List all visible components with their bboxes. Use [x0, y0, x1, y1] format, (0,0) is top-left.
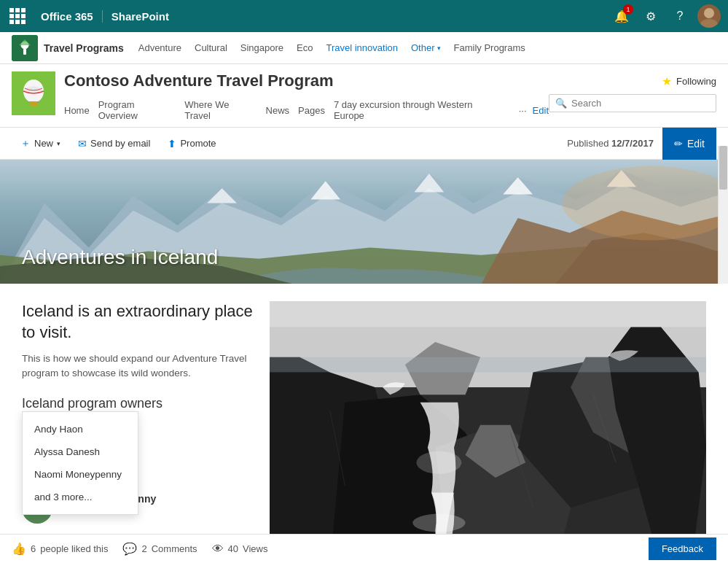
- promote-icon: ⬆: [168, 138, 176, 150]
- site-nav-excursion[interactable]: 7 day excursion through Western Europe: [334, 93, 513, 127]
- iceland-photo: [270, 301, 706, 563]
- svg-rect-4: [23, 49, 26, 55]
- site-title-area: Contoso Adventure Travel Program Home Pr…: [64, 71, 549, 127]
- promote-button[interactable]: ⬆ Promote: [159, 132, 224, 155]
- notifications-button[interactable]: 🔔 1: [608, 3, 635, 29]
- nav-singapore[interactable]: Singapore: [240, 42, 283, 53]
- nav-cultural[interactable]: Cultural: [195, 42, 227, 53]
- plus-icon: ＋: [20, 137, 31, 150]
- send-by-email-button[interactable]: ✉ Send by email: [69, 132, 159, 155]
- comments-label: Comments: [152, 543, 197, 554]
- nav-adventure[interactable]: Adventure: [138, 42, 181, 53]
- owners-heading: Iceland program owners: [22, 396, 255, 411]
- site-nav-program-overview[interactable]: Program Overview: [98, 93, 185, 127]
- star-icon: ★: [662, 74, 672, 88]
- nav-family-programs[interactable]: Family Programs: [454, 42, 525, 53]
- site-nav-where-we-travel[interactable]: Where We Travel: [184, 93, 265, 127]
- help-button[interactable]: ?: [667, 3, 693, 29]
- nav-travel-innovation[interactable]: Travel innovation: [326, 42, 398, 53]
- views-stat: 👁 40 Views: [212, 543, 268, 556]
- user-avatar[interactable]: [696, 3, 722, 29]
- waffle-menu[interactable]: [6, 4, 29, 28]
- pencil-icon: ✏: [674, 138, 683, 150]
- svg-point-38: [416, 451, 461, 474]
- settings-button[interactable]: ⚙: [638, 3, 664, 29]
- svg-point-0: [704, 8, 714, 18]
- search-input[interactable]: [571, 98, 702, 109]
- site-header-left: Contoso Adventure Travel Program Home Pr…: [12, 71, 549, 127]
- suite-nav: Adventure Cultural Singapore Eco Travel …: [138, 42, 525, 53]
- site-nav-pages[interactable]: Pages: [298, 99, 334, 122]
- views-icon: 👁: [212, 543, 224, 556]
- avatar-image: [697, 4, 721, 28]
- chevron-down-icon: ▾: [437, 44, 441, 52]
- likes-count: 6: [31, 543, 36, 554]
- site-nav-edit[interactable]: Edit: [533, 99, 549, 122]
- feedback-button[interactable]: Feedback: [649, 537, 716, 560]
- content-heading: Iceland is an extraordinary place to vis…: [22, 301, 255, 343]
- hero-image: Adventures in Iceland: [0, 160, 728, 284]
- svg-line-8: [28, 101, 30, 103]
- new-chevron-icon: ▾: [57, 140, 60, 147]
- suite-logo[interactable]: Travel Programs: [12, 35, 124, 61]
- svg-line-9: [37, 101, 39, 103]
- new-button[interactable]: ＋ New ▾: [12, 131, 69, 156]
- popup-item-andy[interactable]: Andy Haon: [23, 418, 138, 440]
- promote-label: Promote: [180, 138, 216, 149]
- content-photo: [270, 301, 706, 563]
- site-nav-home[interactable]: Home: [64, 99, 98, 122]
- likes-label: people liked this: [40, 543, 108, 554]
- nav-eco[interactable]: Eco: [297, 42, 313, 53]
- product-name[interactable]: SharePoint: [103, 10, 178, 23]
- published-info: Published 12/7/2017: [567, 138, 662, 149]
- site-nav-news[interactable]: News: [266, 99, 299, 122]
- site-header: Contoso Adventure Travel Program Home Pr…: [0, 64, 728, 128]
- footer-bar: 👍 6 people liked this 💬 2 Comments 👁 40 …: [0, 534, 728, 563]
- site-nav: Home Program Overview Where We Travel Ne…: [64, 93, 549, 127]
- popup-item-more[interactable]: and 3 more...: [23, 486, 138, 508]
- content-left: Iceland is an extraordinary place to vis…: [22, 301, 270, 563]
- search-box[interactable]: 🔍: [549, 94, 716, 112]
- email-icon: ✉: [78, 138, 87, 150]
- edit-label: Edit: [687, 138, 705, 150]
- search-icon: 🔍: [555, 98, 567, 109]
- comments-icon: 💬: [122, 542, 137, 556]
- views-label: Views: [243, 543, 267, 554]
- content-right: [270, 301, 706, 563]
- svg-rect-7: [30, 101, 37, 106]
- site-logo-box: [12, 71, 55, 115]
- top-nav: Office 365 SharePoint 🔔 1 ⚙ ?: [0, 0, 728, 32]
- popup-item-alyssa[interactable]: Alyssa Danesh: [23, 440, 138, 463]
- svg-point-39: [412, 514, 465, 532]
- top-nav-icons: 🔔 1 ⚙ ?: [608, 3, 722, 29]
- nav-other[interactable]: Other ▾: [411, 42, 441, 53]
- popup-dropdown: Andy Haon Alyssa Danesh Naomi Moneypenny…: [22, 411, 138, 515]
- logo-icon: [12, 35, 38, 61]
- hero-title: Adventures in Iceland: [22, 246, 218, 269]
- published-label: Published: [567, 138, 611, 149]
- new-label: New: [34, 138, 53, 149]
- site-header-right: ★ Following 🔍: [549, 74, 716, 112]
- edit-button[interactable]: ✏ Edit: [662, 128, 716, 160]
- site-nav-more[interactable]: ···: [513, 99, 533, 122]
- following-button[interactable]: ★ Following: [662, 74, 716, 88]
- notification-badge: 1: [623, 4, 633, 15]
- likes-icon: 👍: [12, 542, 26, 556]
- svg-rect-43: [270, 357, 706, 373]
- following-label: Following: [676, 76, 716, 87]
- toolbar: ＋ New ▾ ✉ Send by email ⬆ Promote Publis…: [0, 128, 728, 160]
- suite-logo-text: Travel Programs: [44, 42, 124, 54]
- views-count: 40: [228, 543, 238, 554]
- svg-point-1: [700, 19, 718, 28]
- content-area: Iceland is an extraordinary place to vis…: [0, 284, 728, 563]
- likes-stat: 👍 6 people liked this: [12, 542, 108, 556]
- site-title: Contoso Adventure Travel Program: [64, 71, 549, 90]
- scrollbar-thumb[interactable]: [719, 146, 727, 190]
- app-name[interactable]: Office 365: [32, 10, 103, 23]
- published-date: 12/7/2017: [611, 138, 654, 149]
- suite-bar: Travel Programs Adventure Cultural Singa…: [0, 32, 728, 64]
- send-label: Send by email: [90, 138, 150, 149]
- comments-stat: 💬 2 Comments: [122, 542, 197, 556]
- popup-item-naomi[interactable]: Naomi Moneypenny: [23, 463, 138, 486]
- content-body: This is how we should expand our Adventu…: [22, 352, 255, 381]
